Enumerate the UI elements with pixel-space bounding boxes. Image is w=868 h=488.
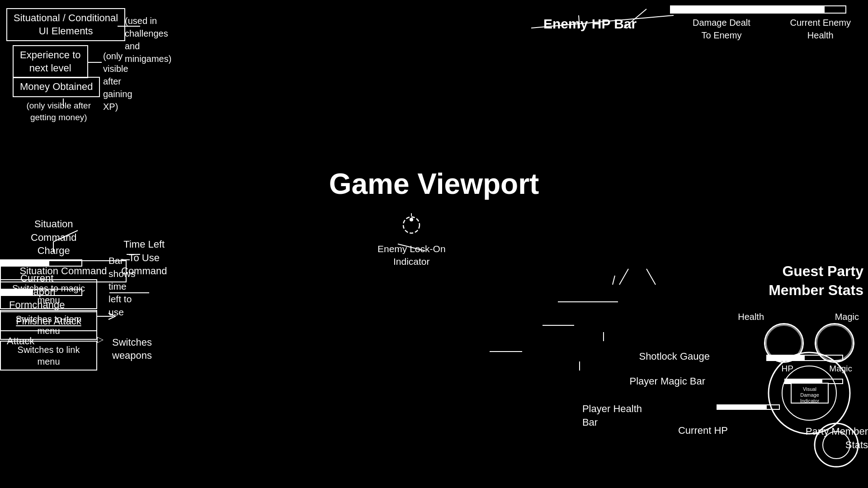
enemy-hp-bar — [670, 5, 846, 14]
money-box: Money Obtained — [13, 77, 100, 97]
enemy-lockon-area: Enemy Lock-OnIndicator — [377, 211, 446, 268]
money-note: (only visible aftergetting money) — [17, 100, 100, 124]
situational-box-container: Situational / Conditional UI Elements (u… — [6, 8, 125, 41]
guest-party-label: Guest PartyMember Stats — [769, 262, 863, 300]
svg-point-31 — [823, 432, 850, 459]
enemy-hp-area: Enemy HP Bar Damage DealtTo Enemy Curren… — [670, 5, 846, 15]
player-magic-bar-label: Player Magic Bar — [629, 375, 705, 388]
svg-text:Damage: Damage — [800, 392, 819, 398]
switches-item-box: Switches to item menu — [0, 310, 97, 340]
switches-link-box: Switches to link menu — [0, 341, 97, 371]
magic-top-label: Magic — [835, 312, 859, 322]
game-viewport-label: Game Viewport — [329, 167, 539, 201]
current-enemy-health-label: Current EnemyHealth — [790, 16, 851, 42]
situational-box: Situational / Conditional UI Elements — [6, 8, 125, 41]
enemy-hp-bar-label: Enemy HP Bar — [543, 16, 637, 32]
current-hp-label: Current HP — [678, 425, 728, 436]
menu-switches: Switches to magic menu Switches to item … — [0, 279, 97, 371]
enemy-lockon-label: Enemy Lock-OnIndicator — [377, 243, 446, 268]
attack-arrow: ▷ — [97, 334, 104, 344]
switches-weapons-label: Switchesweapons — [112, 336, 152, 362]
damage-dealt-label: Damage DealtTo Enemy — [693, 16, 750, 42]
health-label: Health — [738, 312, 764, 322]
player-health-bar — [717, 404, 780, 410]
lockon-icon — [377, 211, 446, 240]
sit-cmd-charge-label: Situation CommandCharge — [31, 217, 76, 258]
svg-text:Visual: Visual — [803, 386, 816, 392]
party-member-circle — [811, 420, 861, 472]
exp-note: (only visible aftergaining XP) — [103, 50, 132, 113]
svg-point-22 — [410, 218, 413, 221]
bar-shows-label: Bar shows timeleft to use — [108, 254, 136, 319]
exp-box: Experience tonext level — [13, 45, 88, 78]
svg-text:Indicator: Indicator — [800, 398, 820, 404]
player-health-bar-label: Player HealthBar — [582, 402, 642, 429]
svg-point-30 — [815, 423, 858, 467]
exp-box-container: Experience tonext level (only visible af… — [13, 45, 88, 78]
switches-magic-box: Switches to magic menu — [0, 279, 97, 309]
money-box-container: Money Obtained (only visible aftergettin… — [13, 77, 100, 124]
shotlock-gauge-label: Shotlock Gauge — [639, 350, 710, 363]
bottom-right-area: Guest PartyMember Stats Health Magic Sho… — [574, 253, 868, 479]
